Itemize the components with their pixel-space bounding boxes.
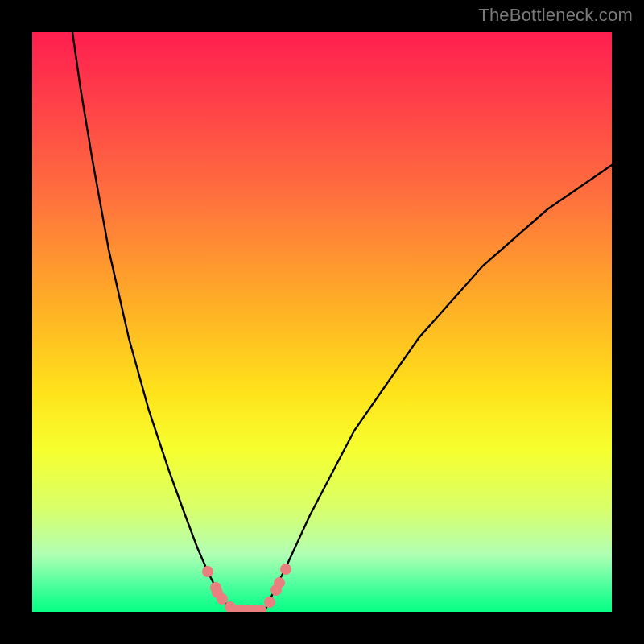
outer-frame: TheBottleneck.com bbox=[0, 0, 644, 644]
data-marker bbox=[280, 564, 291, 575]
curve-right-branch bbox=[264, 165, 612, 612]
curve-left-branch bbox=[72, 32, 235, 612]
watermark-text: TheBottleneck.com bbox=[478, 5, 633, 26]
data-marker bbox=[274, 577, 285, 588]
data-marker bbox=[264, 597, 275, 608]
marker-group bbox=[202, 564, 291, 612]
plot-area bbox=[32, 32, 612, 612]
data-marker bbox=[202, 566, 213, 577]
chart-overlay bbox=[32, 32, 612, 612]
data-marker bbox=[217, 593, 228, 605]
